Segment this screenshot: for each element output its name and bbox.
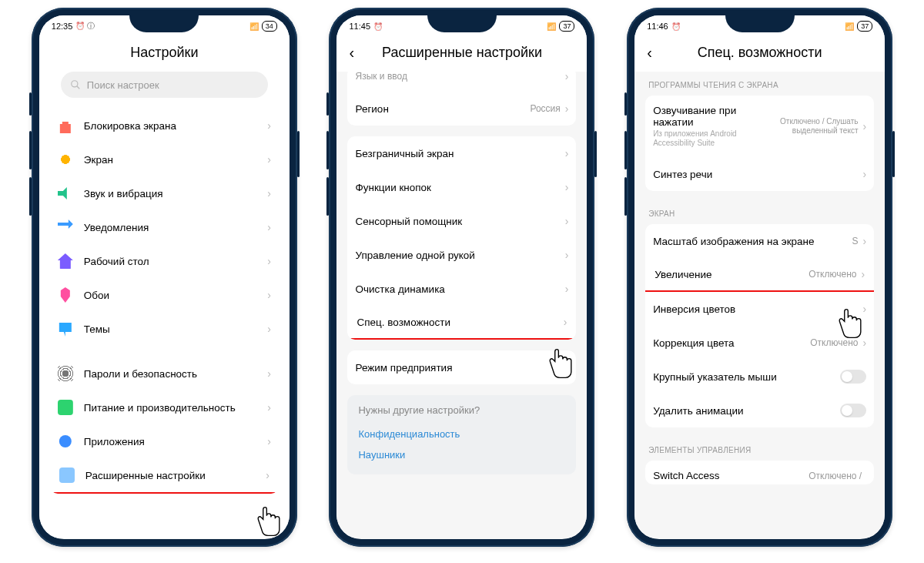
row-accessibility[interactable]: Спец. возможности› (347, 306, 576, 340)
row-notifications[interactable]: Уведомления› (50, 210, 279, 244)
chevron-right-icon: › (861, 268, 865, 280)
chevron-right-icon: › (565, 249, 569, 261)
talkback-status: Отключено / Слушать выделенный текст (758, 117, 858, 136)
row-fullscreen[interactable]: Безграничный экран› (347, 136, 576, 170)
row-sound[interactable]: Звук и вибрация› (50, 176, 279, 210)
chevron-right-icon: › (862, 303, 866, 315)
row-themes[interactable]: Темы› (50, 312, 279, 346)
battery-level: 37 (559, 21, 574, 32)
search-placeholder: Поиск настроек (87, 79, 159, 91)
row-button-shortcuts[interactable]: Функции кнопок› (347, 170, 576, 204)
chevron-right-icon: › (266, 469, 270, 481)
notification-icon (58, 220, 73, 235)
row-lock-screen[interactable]: Блокировка экрана› (50, 109, 279, 142)
search-input[interactable]: Поиск настроек (61, 72, 268, 98)
chevron-right-icon: › (267, 153, 271, 166)
phone-frame-1: 12:35 ⏰ ⓘ 📶 34 Настройки Поиск настроек … (32, 8, 297, 547)
page-title: ‹ Спец. возможности (634, 37, 885, 72)
row-remove-animations[interactable]: Удалить анимации (645, 394, 874, 427)
row-color-correction[interactable]: Коррекция цветаОтключено› (645, 326, 874, 360)
phone-frame-3: 11:46 ⏰ 📶 37 ‹ Спец. возможности ПРОГРАМ… (627, 8, 892, 547)
battery-icon (58, 400, 73, 415)
chevron-right-icon: › (862, 337, 866, 349)
row-home-screen[interactable]: Рабочий стол› (50, 244, 279, 278)
chevron-right-icon: › (564, 316, 567, 328)
status-time: 12:35 (52, 22, 73, 31)
row-region[interactable]: РегионРоссия› (347, 92, 576, 126)
status-time: 11:46 (647, 22, 668, 31)
row-talkback[interactable]: Озвучивание при нажатии Из приложения An… (645, 96, 874, 157)
chevron-right-icon: › (862, 168, 866, 180)
chevron-right-icon: › (565, 102, 569, 115)
svg-point-0 (72, 81, 78, 87)
chevron-right-icon: › (267, 221, 271, 233)
chevron-right-icon: › (267, 119, 271, 132)
page-title: Настройки (39, 37, 290, 72)
row-switch-access[interactable]: Switch AccessОтключено / (645, 461, 874, 484)
row-magnification[interactable]: УвеличениеОтключено› (645, 258, 874, 292)
status-time: 11:45 (349, 22, 370, 31)
section-header-display: ЭКРАН (645, 202, 874, 224)
chevron-right-icon: › (565, 361, 569, 374)
suggestions-card: Нужны другие настройки? Конфиденциальнос… (347, 395, 576, 474)
link-headphones[interactable]: Наушники (358, 444, 565, 465)
notch (725, 15, 795, 32)
row-large-pointer[interactable]: Крупный указатель мыши (645, 360, 874, 394)
chevron-right-icon: › (267, 289, 271, 301)
back-button[interactable]: ‹ (647, 45, 652, 60)
row-apps[interactable]: Приложения› (50, 424, 279, 458)
row-additional-settings[interactable]: Расширенные настройки› (50, 458, 279, 494)
battery-level: 34 (262, 21, 277, 32)
back-button[interactable]: ‹ (349, 45, 354, 60)
chevron-right-icon: › (565, 72, 569, 82)
signal-icon: 📶 (249, 22, 259, 31)
row-battery[interactable]: Питание и производительность› (50, 390, 279, 424)
signal-icon: 📶 (547, 22, 556, 31)
row-language[interactable]: Язык и ввод› (347, 72, 576, 92)
chevron-right-icon: › (267, 187, 271, 199)
chevron-right-icon: › (565, 215, 569, 227)
signal-icon: 📶 (845, 22, 854, 31)
lock-icon (58, 118, 73, 133)
sun-icon (58, 152, 73, 167)
toggle-large-pointer[interactable] (840, 370, 866, 384)
chevron-right-icon: › (862, 235, 866, 247)
row-one-handed[interactable]: Управление одной рукой› (347, 238, 576, 272)
wallpaper-icon (58, 287, 73, 303)
chevron-right-icon: › (565, 181, 569, 193)
battery-level: 37 (857, 21, 872, 32)
settings-group-system: Пароли и безопасность› Питание и произво… (50, 357, 279, 494)
alarm-icon: ⏰ (671, 22, 681, 31)
chevron-right-icon: › (565, 147, 569, 159)
row-enterprise-mode[interactable]: Режим предприятия› (347, 350, 576, 384)
row-security[interactable]: Пароли и безопасность› (50, 357, 279, 390)
alarm-icon: ⏰ ⓘ (75, 21, 95, 32)
row-wallpaper[interactable]: Обои› (50, 278, 279, 312)
row-display[interactable]: Экран› (50, 142, 279, 176)
notch (129, 15, 199, 32)
chevron-right-icon: › (862, 120, 866, 132)
home-icon (58, 253, 73, 269)
chevron-right-icon: › (267, 435, 271, 447)
row-speaker-cleaner[interactable]: Очистка динамика› (347, 272, 576, 306)
svg-line-1 (77, 86, 80, 89)
row-tts[interactable]: Синтез речи› (645, 157, 874, 191)
row-display-size[interactable]: Масштаб изображения на экранеS› (645, 224, 874, 258)
more-icon (59, 467, 75, 483)
section-header-screen-readers: ПРОГРАММЫ ЧТЕНИЯ С ЭКРАНА (645, 73, 874, 96)
settings-group-display: Блокировка экрана› Экран› Звук и вибраци… (50, 109, 279, 346)
link-privacy[interactable]: Конфиденциальность (358, 424, 565, 444)
chevron-right-icon: › (267, 401, 271, 414)
chevron-right-icon: › (565, 283, 569, 295)
section-header-controls: ЭЛЕМЕНТЫ УПРАВЛЕНИЯ (645, 438, 874, 461)
alarm-icon: ⏰ (373, 22, 383, 31)
toggle-remove-animations[interactable] (840, 404, 866, 417)
suggestion-prompt: Нужны другие настройки? (358, 404, 565, 416)
row-quick-ball[interactable]: Сенсорный помощник› (347, 204, 576, 238)
sound-icon (58, 186, 73, 201)
page-title: ‹ Расширенные настройки (336, 37, 587, 72)
fingerprint-icon (58, 366, 73, 381)
chevron-right-icon: › (267, 323, 271, 335)
row-color-inversion[interactable]: Инверсия цветов› (645, 292, 874, 326)
notch (427, 15, 497, 32)
